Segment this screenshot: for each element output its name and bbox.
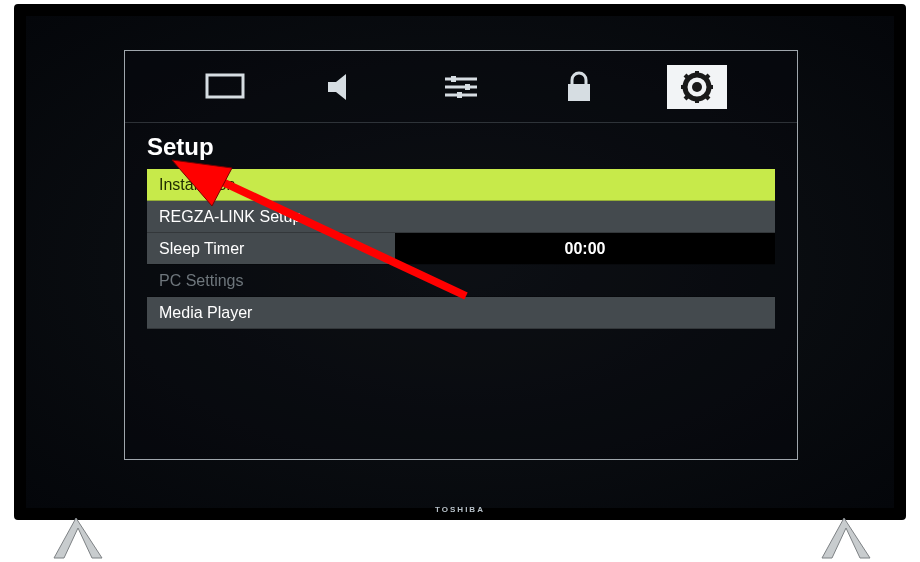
menu-label: Media Player xyxy=(159,304,252,322)
osd-panel: Setup Installation REGZA-LINK Setup Slee… xyxy=(124,50,798,460)
svg-line-16 xyxy=(705,75,709,79)
tab-sound[interactable] xyxy=(313,65,373,109)
section-title: Setup xyxy=(125,123,797,169)
svg-rect-0 xyxy=(207,75,243,97)
menu-item-media-player[interactable]: Media Player xyxy=(147,297,775,329)
menu-label: Installation xyxy=(159,176,236,194)
menu-label: Sleep Timer xyxy=(159,240,244,258)
menu-item-installation[interactable]: Installation xyxy=(147,169,775,201)
sleep-timer-value: 00:00 xyxy=(565,240,606,258)
svg-rect-8 xyxy=(568,84,590,101)
svg-line-15 xyxy=(705,95,709,99)
menu-list: Installation REGZA-LINK Setup Sleep Time… xyxy=(125,169,797,329)
tv-screen: Setup Installation REGZA-LINK Setup Slee… xyxy=(26,16,894,508)
sliders-icon xyxy=(443,74,479,100)
tab-picture[interactable] xyxy=(195,65,255,109)
menu-item-pc-settings: PC Settings xyxy=(147,265,775,297)
tab-lock[interactable] xyxy=(549,65,609,109)
menu-item-sleep-timer[interactable]: Sleep Timer 00:00 xyxy=(147,233,775,265)
menu-item-regza-link[interactable]: REGZA-LINK Setup xyxy=(147,201,775,233)
picture-icon xyxy=(205,73,245,101)
speaker-icon xyxy=(326,72,360,102)
svg-marker-22 xyxy=(822,518,870,558)
svg-rect-3 xyxy=(451,76,456,82)
lock-icon xyxy=(565,71,593,103)
svg-line-14 xyxy=(685,75,689,79)
menu-label: PC Settings xyxy=(159,272,243,290)
svg-point-18 xyxy=(692,82,702,92)
tab-options[interactable] xyxy=(431,65,491,109)
menu-label: REGZA-LINK Setup xyxy=(159,208,301,226)
gear-icon xyxy=(680,70,714,104)
svg-marker-21 xyxy=(54,518,102,558)
tv-stand-right xyxy=(814,518,874,560)
tv-frame: Setup Installation REGZA-LINK Setup Slee… xyxy=(14,4,906,520)
tab-bar xyxy=(125,51,797,123)
brand-label: TOSHIBA xyxy=(435,505,485,514)
tab-setup[interactable] xyxy=(667,65,727,109)
svg-rect-5 xyxy=(465,84,470,90)
tv-stand-left xyxy=(46,518,106,560)
svg-marker-1 xyxy=(328,74,346,100)
svg-rect-7 xyxy=(457,92,462,98)
svg-line-17 xyxy=(685,95,689,99)
